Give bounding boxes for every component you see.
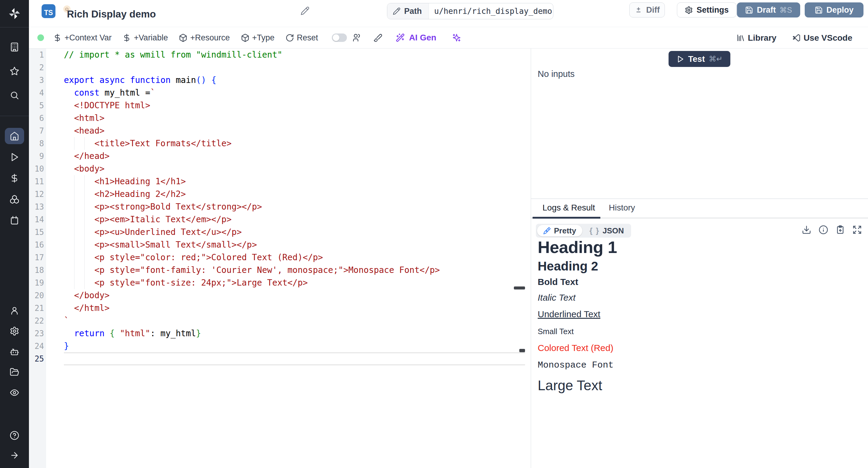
library-icon: [736, 33, 745, 42]
editor-line[interactable]: 24}: [29, 340, 525, 352]
sidebar-item-search[interactable]: [0, 87, 29, 104]
editor-line[interactable]: 12 <h2>Heading 2</h2>: [29, 188, 525, 201]
windmill-logo[interactable]: [0, 0, 29, 27]
line-code: <p style="color: red;">Colored Text (Red…: [64, 251, 323, 264]
settings-label: Settings: [696, 5, 729, 15]
editor-line[interactable]: 23 return { "html": my_html}: [29, 327, 525, 340]
sidebar-item-star[interactable]: [0, 63, 29, 79]
editor-line[interactable]: 1// import * as wmill from "windmill-cli…: [29, 49, 525, 61]
multiplayer-button[interactable]: [352, 33, 361, 42]
editor-line[interactable]: 21 </html>: [29, 302, 525, 315]
code-editor[interactable]: 1// import * as wmill from "windmill-cli…: [29, 49, 525, 468]
use-vscode-button[interactable]: Use VScode: [792, 33, 852, 43]
result-item-small: Small Text: [538, 327, 859, 336]
editor-line[interactable]: 9 </head>: [29, 150, 525, 163]
editor-line[interactable]: 3export async function main() {: [29, 74, 525, 87]
line-number: 8: [29, 137, 44, 150]
info-button[interactable]: [818, 225, 828, 235]
editor-line[interactable]: 2: [29, 61, 525, 74]
editor-line[interactable]: 18 <p style="font-family: 'Courier New',…: [29, 264, 525, 276]
editor-line[interactable]: 13 <p><strong>Bold Text</strong></p>: [29, 201, 525, 213]
editor-code-lines: 1// import * as wmill from "windmill-cli…: [29, 49, 525, 365]
editor-line[interactable]: 5 <!DOCTYPE html>: [29, 99, 525, 112]
editor-line[interactable]: 4 const my_html =`: [29, 87, 525, 99]
editor-line[interactable]: 14 <p><em>Italic Text</em></p>: [29, 213, 525, 226]
format-option-json[interactable]: { }JSON: [584, 225, 630, 236]
sidebar-item-bot[interactable]: [0, 344, 29, 360]
no-inputs-text: No inputs: [538, 69, 575, 79]
sidebar-item-play[interactable]: [0, 149, 29, 165]
editor-line[interactable]: 17 <p style="color: red;">Colored Text (…: [29, 251, 525, 264]
toggle-knob: [333, 34, 339, 41]
line-number: 13: [29, 201, 44, 213]
ai-sparkles-button[interactable]: [452, 33, 461, 42]
diff-label: Diff: [646, 5, 660, 15]
sidebar-item-eye[interactable]: [0, 384, 29, 401]
editor-line[interactable]: 6 <html>: [29, 112, 525, 124]
editor-line[interactable]: 11 <h1>Heading 1</h1>: [29, 175, 525, 188]
typescript-badge-label: TS: [44, 9, 53, 17]
dollar-icon: [10, 173, 19, 183]
result-item-h2: Heading 2: [538, 259, 859, 273]
editor-line[interactable]: 7 <head>: [29, 124, 525, 137]
line-number: 17: [29, 251, 44, 264]
editor-line[interactable]: 20 </body>: [29, 289, 525, 302]
line-number: 14: [29, 213, 44, 226]
edit-title-button[interactable]: [301, 6, 310, 16]
draft-button[interactable]: Draft ⌘S: [737, 2, 800, 18]
result-item-h1: Heading 1: [538, 238, 859, 256]
sidebar-item-home[interactable]: [0, 128, 29, 144]
editor-toolbar: +Context Var+Variable+Resource+TypeReset…: [29, 27, 868, 49]
script-path-field[interactable]: Path u/henri/rich_display_demo: [387, 3, 553, 19]
line-number: 20: [29, 289, 44, 302]
sidebar-item-help[interactable]: [0, 427, 29, 444]
toolbar-item-label: +Type: [252, 33, 275, 42]
download-button[interactable]: [802, 225, 811, 235]
deploy-button[interactable]: Deploy: [805, 2, 864, 18]
tab-history[interactable]: History: [609, 203, 635, 213]
editor-line[interactable]: 8 <title>Text Formats</title>: [29, 137, 525, 150]
overview-ruler-mark: [514, 287, 525, 290]
ai-gen-label[interactable]: AI Gen: [409, 33, 436, 42]
line-number: 19: [29, 276, 44, 289]
line-code: <p style="font-family: 'Courier New', mo…: [64, 264, 440, 276]
tab-logs-result[interactable]: Logs & Result: [542, 203, 595, 213]
expand-button[interactable]: [852, 225, 862, 235]
diff-button[interactable]: Diff: [629, 2, 665, 18]
package-icon: [241, 33, 250, 42]
typescript-badge: TS ☺: [41, 4, 56, 18]
sidebar-item-calendar[interactable]: [0, 212, 29, 229]
settings-button[interactable]: Settings: [677, 2, 737, 18]
editor-line[interactable]: 19 <p style="font-size: 24px;">Large Tex…: [29, 276, 525, 289]
format-code-button[interactable]: [373, 33, 382, 42]
editor-line[interactable]: 22`: [29, 315, 525, 327]
editor-line[interactable]: 16 <p><small>Small Text</small></p>: [29, 238, 525, 251]
ai-gen-button[interactable]: [396, 33, 405, 42]
editor-line[interactable]: 25: [29, 352, 525, 365]
sidebar-item-settings[interactable]: [0, 323, 29, 339]
run-panel: Test ⌘↵ No inputs Logs & ResultHistory P…: [531, 49, 868, 468]
multiplayer-toggle[interactable]: [332, 33, 347, 42]
toolbar-reset-button[interactable]: Reset: [285, 33, 318, 42]
format-option-pretty[interactable]: Pretty: [537, 225, 582, 236]
line-code: </body>: [64, 289, 110, 302]
eye-icon: [10, 388, 19, 398]
sidebar-item-boxes[interactable]: [0, 191, 29, 207]
toolbar-type-button[interactable]: +Type: [241, 33, 275, 42]
sidebar-item-dollar[interactable]: [0, 170, 29, 186]
toolbar-resource-button[interactable]: +Resource: [179, 33, 230, 42]
sidebar-item-user[interactable]: [0, 302, 29, 319]
settings-icon: [10, 326, 19, 336]
line-number: 21: [29, 302, 44, 315]
sidebar-item-folder[interactable]: [0, 364, 29, 380]
sidebar-item-building[interactable]: [0, 39, 29, 55]
library-button[interactable]: Library: [736, 33, 776, 43]
editor-line[interactable]: 15 <p><u>Underlined Text</u></p>: [29, 226, 525, 238]
toolbar-variable-button[interactable]: +Variable: [122, 33, 168, 42]
toolbar-contextvar-button[interactable]: +Context Var: [53, 33, 112, 42]
test-button[interactable]: Test ⌘↵: [669, 51, 730, 67]
line-code: }: [64, 340, 69, 352]
editor-line[interactable]: 10 <body>: [29, 163, 525, 175]
clipboard-copy-button[interactable]: [835, 225, 845, 235]
sidebar-item-arrow-right[interactable]: [0, 447, 29, 464]
